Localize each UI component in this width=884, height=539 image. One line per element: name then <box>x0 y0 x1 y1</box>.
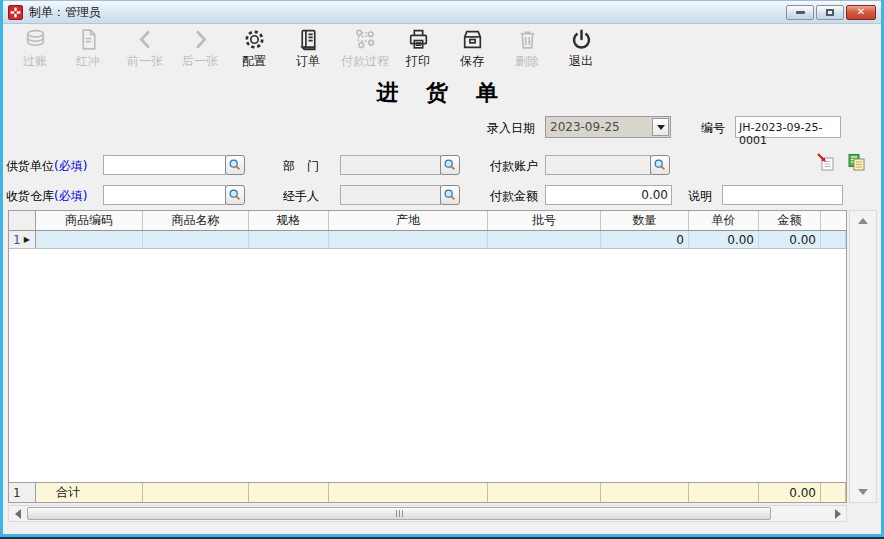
search-icon <box>443 158 457 172</box>
trash-icon <box>515 27 540 52</box>
configure-button[interactable]: 配置 <box>230 27 278 70</box>
doc-no-label: 编号 <box>701 120 725 137</box>
footer-empty-cell <box>329 483 488 502</box>
cell-extra <box>821 231 846 248</box>
payment-process-button[interactable]: 付款过程 <box>333 27 397 70</box>
toolbar: 过账 红冲 前一张 后一张 配置 订单 付款过程 打印 <box>3 24 881 76</box>
payment-account-input[interactable] <box>545 155 651 175</box>
memo-label: 说明 <box>688 188 712 205</box>
printer-icon <box>406 27 431 52</box>
row-number-cell: 1▶ <box>9 231 36 248</box>
thumb-grip-icon <box>402 510 403 517</box>
required-suffix: (必填) <box>54 189 87 203</box>
entry-date-dropdown-button[interactable] <box>652 118 669 136</box>
department-label: 部 门 <box>283 158 319 175</box>
grid-header-origin: 产地 <box>329 211 488 230</box>
grid-row-1[interactable]: 1▶ 0 0.00 0.00 <box>9 231 846 249</box>
cell-origin[interactable] <box>329 231 488 248</box>
horizontal-scrollbar[interactable] <box>8 505 847 522</box>
payment-account-search-button[interactable] <box>650 155 670 175</box>
restore-icon <box>826 9 834 16</box>
payment-amount-input[interactable]: 0.00 <box>545 185 672 205</box>
handler-input[interactable] <box>340 185 441 205</box>
exit-button[interactable]: 退出 <box>559 27 603 70</box>
next-button[interactable]: 后一张 <box>172 27 228 70</box>
entry-date-combo[interactable]: 2023-09-25 <box>545 116 671 138</box>
required-suffix: (必填) <box>54 159 87 173</box>
warehouse-search-button[interactable] <box>225 185 245 205</box>
delete-button[interactable]: 删除 <box>503 27 551 70</box>
memo-input[interactable] <box>722 185 843 205</box>
document-title: 进 货 单 <box>0 78 884 108</box>
titlebar[interactable]: 制单：管理员 ✕ <box>3 1 881 24</box>
scrollbar-thumb[interactable] <box>27 507 771 520</box>
footer-empty-cell <box>601 483 689 502</box>
scroll-left-button[interactable] <box>9 506 26 521</box>
grid-header-spec: 规格 <box>249 211 329 230</box>
cell-code[interactable] <box>36 231 143 248</box>
grid-header-name: 商品名称 <box>143 211 249 230</box>
search-icon <box>653 158 667 172</box>
scroll-right-button[interactable] <box>829 506 846 521</box>
supplier-input[interactable] <box>103 155 226 175</box>
save-button[interactable]: 保存 <box>448 27 496 70</box>
supplier-search-button[interactable] <box>225 155 245 175</box>
grid-header-batch: 批号 <box>488 211 601 230</box>
restore-button[interactable] <box>816 5 844 20</box>
order-book-icon <box>296 27 321 52</box>
cell-qty[interactable]: 0 <box>601 231 689 248</box>
warehouse-input[interactable] <box>103 185 226 205</box>
copy-doc-button[interactable] <box>846 152 866 172</box>
cell-batch[interactable] <box>488 231 601 248</box>
import-doc-icon <box>816 152 836 172</box>
close-button[interactable]: ✕ <box>846 5 876 20</box>
department-input[interactable] <box>340 155 441 175</box>
print-button[interactable]: 打印 <box>400 27 436 70</box>
app-icon <box>8 5 23 20</box>
import-doc-button[interactable] <box>816 152 836 172</box>
post-button[interactable]: 过账 <box>11 27 59 70</box>
payment-amount-label: 付款金额 <box>490 188 538 205</box>
department-search-button[interactable] <box>440 155 460 175</box>
search-icon <box>443 188 457 202</box>
copy-doc-icon <box>846 152 866 172</box>
entry-date-value: 2023-09-25 <box>546 120 652 134</box>
handler-label: 经手人 <box>283 188 319 205</box>
footer-empty-cell <box>821 483 846 502</box>
scroll-right-icon <box>835 509 841 519</box>
cell-price[interactable]: 0.00 <box>689 231 759 248</box>
items-grid: 商品编码 商品名称 规格 产地 批号 数量 单价 金额 1▶ 0 0.00 0.… <box>8 210 847 503</box>
footer-empty-cell <box>488 483 601 502</box>
cell-name[interactable] <box>143 231 249 248</box>
grid-header-code: 商品编码 <box>36 211 143 230</box>
scroll-up-icon[interactable] <box>858 218 868 224</box>
chevron-right-icon <box>188 27 213 52</box>
payment-account-label: 付款账户 <box>490 158 538 175</box>
chevron-down-icon <box>657 125 665 130</box>
row-pointer-icon: ▶ <box>24 235 30 244</box>
red-reverse-button[interactable]: 红冲 <box>64 27 112 70</box>
grid-header-qty: 数量 <box>601 211 689 230</box>
search-icon <box>228 188 242 202</box>
cell-amount[interactable]: 0.00 <box>759 231 821 248</box>
handler-search-button[interactable] <box>440 185 460 205</box>
footer-empty-cell <box>143 483 249 502</box>
doc-no-input[interactable]: JH-2023-09-25-0001 <box>735 116 841 138</box>
warehouse-label: 收货仓库(必填) <box>6 188 87 205</box>
previous-button[interactable]: 前一张 <box>117 27 173 70</box>
minimize-icon <box>796 11 805 14</box>
coins-icon <box>23 27 48 52</box>
cell-spec[interactable] <box>249 231 329 248</box>
minimize-button[interactable] <box>786 5 814 20</box>
grid-header-extra <box>821 211 846 230</box>
order-button[interactable]: 订单 <box>284 27 332 70</box>
power-icon <box>569 27 594 52</box>
grid-header-rownum <box>9 211 36 230</box>
footer-total-label: 合计 <box>36 483 143 502</box>
vertical-scrollbar[interactable] <box>849 210 877 503</box>
thumb-grip-icon <box>396 510 397 517</box>
footer-total-amount: 0.00 <box>759 483 821 502</box>
scroll-down-icon[interactable] <box>858 489 868 495</box>
grid-header-row: 商品编码 商品名称 规格 产地 批号 数量 单价 金额 <box>9 211 846 231</box>
footer-row-number: 1 <box>9 483 36 502</box>
